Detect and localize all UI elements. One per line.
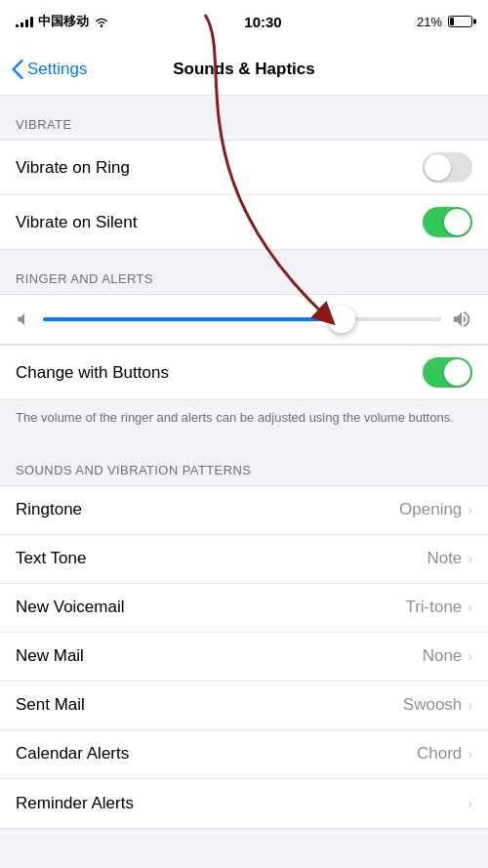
calendar-alerts-value: Chord xyxy=(417,744,462,764)
back-button[interactable]: Settings xyxy=(12,60,87,79)
vibrate-section-header: VIBRATE xyxy=(0,96,488,140)
change-with-buttons-knob xyxy=(444,359,470,386)
new-mail-value-container: None › xyxy=(423,646,472,666)
calendar-alerts-row[interactable]: Calendar Alerts Chord › xyxy=(0,730,488,779)
new-mail-row[interactable]: New Mail None › xyxy=(0,633,488,682)
change-with-buttons-toggle[interactable] xyxy=(423,357,472,388)
nav-title: Sounds & Haptics xyxy=(173,60,314,79)
vibrate-group: Vibrate on Ring Vibrate on Silent xyxy=(0,140,488,250)
sent-mail-chevron-icon: › xyxy=(468,697,472,713)
carrier-name: 中国移动 xyxy=(38,13,89,30)
text-tone-value-container: Note › xyxy=(427,549,472,568)
back-label: Settings xyxy=(27,60,87,79)
new-voicemail-label: New Voicemail xyxy=(16,598,125,617)
change-with-buttons-group: Change with Buttons xyxy=(0,345,488,400)
sent-mail-row[interactable]: Sent Mail Swoosh › xyxy=(0,682,488,730)
text-tone-row[interactable]: Text Tone Note › xyxy=(0,535,488,584)
battery-icon xyxy=(448,16,472,27)
slider-track[interactable] xyxy=(43,317,441,321)
sent-mail-value: Swoosh xyxy=(403,695,462,715)
status-left: 中国移动 xyxy=(16,13,109,30)
reminder-alerts-value-container: › xyxy=(462,796,472,811)
status-time: 10:30 xyxy=(244,14,281,30)
new-voicemail-value-container: Tri-tone › xyxy=(405,598,472,617)
calendar-alerts-chevron-icon: › xyxy=(468,746,472,762)
new-mail-label: New Mail xyxy=(16,646,84,666)
battery-fill xyxy=(450,18,454,25)
calendar-alerts-value-container: Chord › xyxy=(417,744,472,764)
vibrate-on-ring-row: Vibrate on Ring xyxy=(0,141,488,195)
reminder-alerts-chevron-icon: › xyxy=(468,796,472,811)
ringtone-value-container: Opening › xyxy=(399,500,472,519)
reminder-alerts-row[interactable]: Reminder Alerts › xyxy=(0,779,488,828)
new-voicemail-chevron-icon: › xyxy=(468,599,472,615)
slider-row xyxy=(16,309,472,330)
ringtone-chevron-icon: › xyxy=(468,502,472,517)
sent-mail-label: Sent Mail xyxy=(16,695,85,715)
back-chevron-icon xyxy=(12,60,23,79)
battery-percent: 21% xyxy=(417,15,442,29)
sent-mail-value-container: Swoosh › xyxy=(403,695,472,715)
text-tone-chevron-icon: › xyxy=(468,551,472,566)
ringtone-row[interactable]: Ringtone Opening › xyxy=(0,486,488,535)
vibrate-on-silent-toggle[interactable] xyxy=(423,207,472,237)
status-bar: 中国移动 10:30 21% xyxy=(0,0,488,43)
reminder-alerts-label: Reminder Alerts xyxy=(16,794,134,813)
new-mail-value: None xyxy=(423,646,463,666)
vibrate-on-ring-toggle[interactable] xyxy=(423,152,472,183)
nav-bar: Settings Sounds & Haptics xyxy=(0,43,488,96)
status-right: 21% xyxy=(417,15,472,29)
slider-fill xyxy=(43,317,342,321)
ringtone-value: Opening xyxy=(399,500,462,519)
vibrate-on-silent-label: Vibrate on Silent xyxy=(16,213,137,232)
wifi-icon xyxy=(94,16,109,27)
ringer-info-text: The volume of the ringer and alerts can … xyxy=(0,400,488,441)
page-wrapper: 中国移动 10:30 21% Settings Sounds & Haptics… xyxy=(0,0,488,829)
slider-thumb[interactable] xyxy=(328,306,355,333)
new-voicemail-value: Tri-tone xyxy=(405,598,462,617)
slider-section xyxy=(0,294,488,345)
sounds-patterns-header: SOUNDS AND VIBRATION PATTERNS xyxy=(0,441,488,485)
new-voicemail-row[interactable]: New Voicemail Tri-tone › xyxy=(0,584,488,633)
vibrate-on-ring-knob xyxy=(425,154,451,181)
change-with-buttons-row: Change with Buttons xyxy=(0,346,488,399)
text-tone-value: Note xyxy=(427,549,462,568)
speaker-high-icon xyxy=(451,309,472,330)
new-mail-chevron-icon: › xyxy=(468,648,472,664)
vibrate-on-silent-row: Vibrate on Silent xyxy=(0,195,488,249)
sounds-patterns-group: Ringtone Opening › Text Tone Note › New … xyxy=(0,485,488,829)
speaker-low-icon xyxy=(16,310,33,328)
vibrate-on-silent-knob xyxy=(444,209,470,235)
ringer-alerts-header: RINGER AND ALERTS xyxy=(0,250,488,294)
calendar-alerts-label: Calendar Alerts xyxy=(16,744,129,764)
text-tone-label: Text Tone xyxy=(16,549,86,568)
vibrate-on-ring-label: Vibrate on Ring xyxy=(16,158,130,178)
change-with-buttons-label: Change with Buttons xyxy=(16,363,169,383)
ringtone-label: Ringtone xyxy=(16,500,82,519)
signal-bars xyxy=(16,16,33,27)
